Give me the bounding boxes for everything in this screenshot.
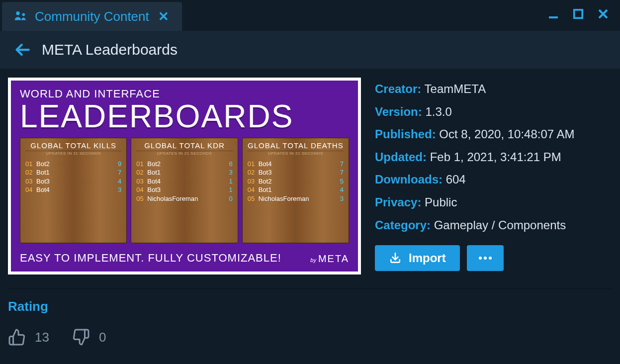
- rating-heading: Rating: [8, 299, 612, 314]
- back-arrow-icon[interactable]: [14, 41, 31, 58]
- preview-title: LEADERBOARDS: [20, 101, 349, 132]
- board-row: 02Bot13: [136, 168, 232, 177]
- board-row: 02Bot37: [248, 168, 344, 177]
- board-title: GLOBAL TOTAL KDR: [136, 141, 232, 151]
- rating-section: Rating 13 0: [0, 289, 620, 346]
- preview-image: WORLD AND INTERFACE LEADERBOARDS GLOBAL …: [8, 78, 361, 274]
- meta-downloads: Downloads: 604: [375, 168, 612, 191]
- board-row: 04Bot31: [136, 185, 232, 194]
- metadata-panel: Creator: TeamMETA Version: 1.3.0 Publish…: [375, 78, 612, 274]
- tab-label: Community Content: [35, 9, 149, 24]
- board-row: 05NicholasForeman3: [248, 194, 344, 203]
- header-row: META Leaderboards: [0, 31, 620, 69]
- import-button[interactable]: Import: [375, 245, 460, 271]
- window-controls: [546, 0, 620, 21]
- window-maximize-icon[interactable]: [571, 7, 585, 21]
- thumbs-up-button[interactable]: 13: [8, 328, 49, 346]
- board-row: 01Bot26: [136, 160, 232, 169]
- community-icon: [13, 9, 28, 24]
- board-title: GLOBAL TOTAL KILLS: [25, 141, 121, 151]
- meta-published: Published: Oct 8, 2020, 10:48:07 AM: [375, 123, 612, 146]
- svg-point-1: [22, 13, 25, 16]
- svg-point-0: [16, 11, 20, 15]
- board-row: 02Bot17: [25, 168, 121, 177]
- window-minimize-icon[interactable]: [546, 7, 560, 21]
- board-title: GLOBAL TOTAL DEATHS: [248, 141, 344, 151]
- title-bar: Community Content ✕: [0, 0, 620, 31]
- board-row: 03Bot25: [248, 177, 344, 186]
- svg-point-7: [489, 257, 492, 260]
- tab-community-content[interactable]: Community Content ✕: [2, 2, 182, 31]
- more-actions-button[interactable]: [467, 245, 504, 271]
- board-row: 05NicholasForeman0: [136, 194, 232, 203]
- svg-point-6: [484, 257, 487, 260]
- board-row: 04Bot14: [248, 185, 344, 194]
- thumbs-down-count: 0: [99, 330, 106, 345]
- leaderboard-panel: GLOBAL TOTAL DEATHSUPDATES IN 21 SECONDS…: [242, 138, 349, 243]
- meta-creator: Creator: TeamMETA: [375, 78, 612, 100]
- meta-version: Version: 1.3.0: [375, 100, 612, 123]
- thumbs-down-button[interactable]: 0: [72, 328, 106, 346]
- preview-brand: byMETA: [310, 253, 349, 265]
- svg-point-5: [479, 257, 482, 260]
- window-close-icon[interactable]: [596, 7, 610, 21]
- import-icon: [389, 252, 402, 265]
- board-row: 03Bot41: [136, 177, 232, 186]
- meta-privacy: Privacy: Public: [375, 191, 612, 214]
- votes-row: 13 0: [8, 328, 612, 346]
- board-subtitle: UPDATES IN 21 SECONDS: [136, 151, 232, 156]
- board-subtitle: UPDATES IN 21 SECONDS: [25, 151, 121, 156]
- ellipsis-icon: [478, 256, 493, 260]
- preview-boards: GLOBAL TOTAL KILLSUPDATES IN 21 SECONDS0…: [20, 138, 349, 243]
- tab-close-icon[interactable]: ✕: [156, 9, 171, 24]
- content-area: WORLD AND INTERFACE LEADERBOARDS GLOBAL …: [0, 69, 620, 283]
- board-row: 01Bot29: [25, 160, 121, 169]
- leaderboard-panel: GLOBAL TOTAL KILLSUPDATES IN 21 SECONDS0…: [20, 138, 127, 243]
- actions-row: Import: [375, 245, 612, 271]
- board-row: 03Bot34: [25, 177, 121, 186]
- svg-rect-3: [574, 10, 583, 18]
- thumbs-up-count: 13: [35, 330, 49, 345]
- page-title: META Leaderboards: [42, 41, 177, 58]
- board-row: 04Bot43: [25, 185, 121, 194]
- preview-tagline: EASY TO IMPLEMENT. FULLY CUSTOMIZABLE!: [20, 252, 281, 265]
- leaderboard-panel: GLOBAL TOTAL KDRUPDATES IN 21 SECONDS01B…: [131, 138, 238, 243]
- thumbs-up-icon: [8, 328, 26, 346]
- tab-strip: Community Content ✕: [0, 0, 182, 31]
- meta-updated: Updated: Feb 1, 2021, 3:41:21 PM: [375, 146, 612, 169]
- thumbs-down-icon: [72, 328, 90, 346]
- board-subtitle: UPDATES IN 21 SECONDS: [248, 151, 344, 156]
- meta-category: Category: Gameplay / Components: [375, 214, 612, 237]
- board-row: 01Bot47: [248, 160, 344, 169]
- svg-rect-2: [549, 16, 558, 18]
- import-label: Import: [409, 251, 446, 265]
